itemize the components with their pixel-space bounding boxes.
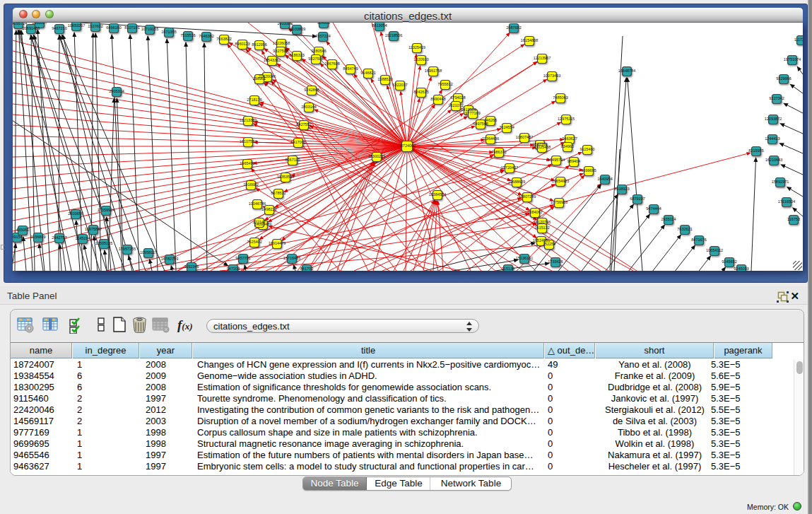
svg-text:8938923: 8938923	[614, 187, 629, 191]
svg-text:20364436: 20364436	[482, 136, 499, 141]
svg-text:16495794: 16495794	[548, 158, 565, 162]
svg-text:116753: 116753	[787, 217, 800, 221]
svg-text:17016504: 17016504	[778, 199, 795, 204]
svg-text:8471676: 8471676	[691, 238, 706, 242]
svg-text:8107191: 8107191	[124, 25, 139, 30]
svg-text:9245093: 9245093	[734, 267, 748, 271]
svg-text:15136141: 15136141	[516, 256, 533, 260]
svg-text:16782759: 16782759	[161, 257, 178, 261]
svg-text:1498222: 1498222	[261, 207, 276, 211]
svg-text:2087682: 2087682	[506, 25, 521, 30]
svg-text:16107553: 16107553	[240, 139, 257, 144]
svg-text:18724007: 18724007	[399, 144, 416, 148]
svg-text:10807487: 10807487	[516, 135, 533, 139]
svg-text:7955812: 7955812	[437, 82, 452, 86]
svg-text:1145194: 1145194	[75, 236, 90, 240]
svg-text:18807249: 18807249	[519, 194, 536, 199]
svg-text:8215955: 8215955	[748, 148, 763, 153]
svg-text:1520910: 1520910	[413, 57, 428, 62]
svg-text:435061: 435061	[16, 228, 29, 232]
svg-text:11325419: 11325419	[408, 45, 425, 49]
svg-text:8242615: 8242615	[413, 90, 428, 94]
svg-text:1117204: 1117204	[794, 37, 803, 42]
svg-text:16961758: 16961758	[425, 69, 442, 73]
svg-text:1063327: 1063327	[32, 23, 47, 25]
svg-text:12093872: 12093872	[765, 117, 782, 121]
svg-text:15892971: 15892971	[772, 180, 789, 184]
svg-text:7646382: 7646382	[199, 34, 213, 38]
svg-text:9280546: 9280546	[311, 49, 326, 53]
svg-text:7632621: 7632621	[677, 227, 692, 231]
svg-text:16120746: 16120746	[534, 220, 551, 224]
svg-text:8990448: 8990448	[430, 97, 445, 101]
svg-text:9327500: 9327500	[273, 49, 288, 53]
svg-text:16914479: 16914479	[269, 241, 286, 245]
svg-text:947203: 947203	[227, 267, 240, 271]
svg-text:1615132: 1615132	[534, 226, 549, 230]
svg-text:17957255: 17957255	[119, 247, 136, 251]
svg-text:6879197: 6879197	[630, 197, 645, 201]
svg-text:1916682: 1916682	[243, 182, 258, 187]
svg-text:10654112: 10654112	[706, 248, 723, 252]
svg-text:1588520: 1588520	[377, 77, 392, 81]
svg-text:8813054: 8813054	[372, 23, 387, 28]
svg-text:7357224: 7357224	[315, 34, 330, 38]
svg-text:16543362: 16543362	[264, 58, 281, 62]
svg-text:1671355: 1671355	[161, 30, 176, 34]
svg-text:7485063: 7485063	[553, 95, 567, 100]
svg-text:298961: 298961	[253, 76, 266, 81]
svg-text:2935114: 2935114	[661, 217, 676, 221]
svg-text:2942757: 2942757	[52, 235, 66, 240]
svg-text:9146821: 9146821	[360, 71, 375, 75]
svg-text:9084067: 9084067	[527, 210, 542, 214]
svg-text:7663822: 7663822	[216, 37, 231, 41]
svg-text:8960123: 8960123	[235, 42, 249, 46]
svg-text:9467210: 9467210	[52, 26, 66, 30]
svg-text:9474444: 9474444	[646, 206, 661, 211]
svg-text:10025438: 10025438	[534, 145, 551, 149]
svg-text:8912956: 8912956	[252, 42, 266, 47]
svg-text:15720407: 15720407	[501, 165, 518, 170]
svg-text:2803144: 2803144	[301, 105, 316, 109]
svg-text:10653267: 10653267	[68, 23, 85, 28]
svg-text:24055724: 24055724	[13, 23, 27, 25]
svg-text:1640954: 1640954	[597, 177, 612, 181]
svg-text:2867608: 2867608	[324, 62, 339, 66]
svg-text:7625402: 7625402	[247, 240, 261, 244]
svg-text:964901: 964901	[317, 23, 330, 25]
svg-text:16154808: 16154808	[521, 38, 538, 42]
svg-text:13226058: 13226058	[273, 41, 290, 45]
svg-text:9242848: 9242848	[304, 88, 319, 92]
svg-text:19751074: 19751074	[784, 57, 801, 62]
svg-text:20691406: 20691406	[23, 26, 40, 30]
svg-text:8267110: 8267110	[285, 158, 300, 162]
svg-text:39154: 39154	[13, 235, 23, 239]
svg-text:122147: 122147	[253, 220, 266, 224]
svg-text:12975115: 12975115	[558, 117, 575, 121]
svg-text:252254: 252254	[543, 242, 555, 246]
svg-text:915136: 915136	[502, 267, 514, 271]
svg-text:10688609: 10688609	[508, 180, 525, 184]
svg-text:10719155: 10719155	[141, 27, 158, 31]
svg-text:2905334: 2905334	[109, 89, 124, 93]
svg-text:8427552: 8427552	[296, 122, 311, 127]
svg-text:1603380: 1603380	[277, 23, 292, 25]
svg-text:834960: 834960	[561, 144, 574, 148]
svg-text:12213389: 12213389	[240, 118, 257, 122]
svg-text:15716485: 15716485	[283, 256, 300, 260]
svg-text:1156819: 1156819	[30, 235, 45, 239]
svg-text:19384554: 19384554	[429, 192, 446, 197]
svg-text:10046786: 10046786	[249, 201, 266, 206]
svg-text:9227342: 9227342	[769, 96, 784, 100]
svg-text:9457791: 9457791	[235, 256, 250, 260]
svg-text:10973493: 10973493	[543, 74, 560, 78]
svg-text:16648784: 16648784	[618, 69, 635, 73]
svg-text:19218506: 19218506	[385, 33, 402, 37]
svg-text:6322037: 6322037	[392, 83, 407, 87]
svg-text:9777169: 9777169	[465, 111, 480, 115]
svg-text:12213967: 12213967	[534, 56, 551, 60]
svg-text:9699695: 9699695	[581, 168, 596, 173]
svg-text:1965492: 1965492	[240, 161, 254, 165]
svg-text:6794028: 6794028	[450, 95, 465, 100]
svg-text:2020656: 2020656	[68, 211, 83, 216]
